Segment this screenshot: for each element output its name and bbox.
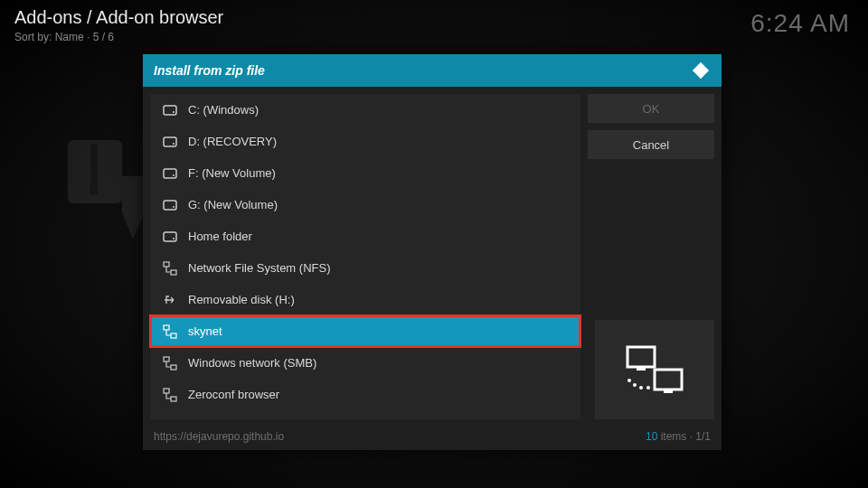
svg-point-4	[173, 111, 175, 113]
svg-rect-17	[164, 357, 169, 361]
svg-rect-3	[164, 106, 176, 115]
network-icon	[163, 356, 177, 371]
svg-rect-20	[171, 397, 176, 401]
source-item-zeroconf[interactable]: Zeroconf browser	[150, 379, 580, 410]
svg-rect-23	[655, 370, 682, 389]
source-item-skynet[interactable]: skynet	[150, 315, 580, 347]
source-item-removable-h[interactable]: Removable disk (H:)	[150, 284, 580, 315]
cancel-button[interactable]: Cancel	[588, 130, 714, 159]
svg-rect-13	[164, 262, 169, 267]
drive-icon	[163, 103, 177, 117]
dialog-body: C: (Windows) D: (RECOVERY) F: (New Volum…	[143, 87, 722, 427]
svg-rect-19	[164, 389, 169, 393]
dialog-footer: https://dejavurepo.github.io 10 items · …	[143, 427, 722, 450]
source-item-f-newvolume[interactable]: F: (New Volume)	[150, 157, 580, 189]
svg-point-8	[173, 174, 175, 176]
network-icon	[163, 388, 177, 402]
svg-rect-14	[171, 270, 176, 275]
source-item-label: Home folder	[188, 230, 252, 243]
source-item-label: Windows network (SMB)	[188, 356, 316, 370]
dialog-header: Install from zip file	[143, 54, 722, 87]
svg-point-25	[627, 379, 631, 382]
source-item-label: Removable disk (H:)	[188, 293, 295, 306]
usb-icon	[163, 293, 177, 307]
kodi-logo-icon	[691, 61, 711, 80]
svg-rect-16	[171, 333, 176, 338]
svg-rect-24	[664, 389, 673, 393]
source-item-d-recovery[interactable]: D: (RECOVERY)	[150, 126, 580, 157]
source-item-nfs[interactable]: Network File System (NFS)	[150, 252, 580, 284]
ok-button[interactable]: OK	[588, 94, 714, 123]
sort-by-label: Sort by: Name · 5 / 6	[14, 31, 114, 43]
dialog-title: Install from zip file	[154, 63, 265, 78]
svg-rect-7	[164, 169, 176, 178]
breadcrumb: Add-ons / Add-on browser	[14, 7, 223, 28]
svg-rect-21	[627, 347, 655, 367]
preview-thumbnail	[595, 320, 714, 419]
source-item-label: F: (New Volume)	[188, 166, 276, 180]
source-item-label: D: (RECOVERY)	[188, 135, 277, 148]
file-source-list: C: (Windows) D: (RECOVERY) F: (New Volum…	[150, 94, 580, 419]
source-item-g-newvolume[interactable]: G: (New Volume)	[150, 189, 580, 221]
source-item-smb[interactable]: Windows network (SMB)	[150, 347, 580, 379]
source-item-label: G: (New Volume)	[188, 198, 278, 211]
clock: 6:24 AM	[750, 9, 850, 38]
dialog-right-pane: OK Cancel	[588, 94, 714, 419]
source-item-label: Network File System (NFS)	[188, 261, 330, 275]
source-item-label: skynet	[188, 324, 222, 338]
svg-point-12	[173, 238, 175, 239]
svg-rect-18	[171, 365, 176, 370]
svg-point-28	[646, 386, 650, 389]
svg-point-27	[639, 386, 643, 389]
svg-point-2	[90, 186, 99, 195]
footer-item-count: 10 items · 1/1	[646, 430, 711, 443]
svg-rect-9	[164, 201, 176, 210]
source-item-home-folder[interactable]: Home folder	[150, 221, 580, 252]
install-from-zip-dialog: Install from zip file C: (Windows) D: (R…	[143, 54, 722, 450]
drive-icon	[163, 230, 177, 244]
drive-icon	[163, 198, 177, 212]
svg-rect-11	[164, 232, 176, 241]
source-item-c-windows[interactable]: C: (Windows)	[150, 94, 580, 126]
footer-path: https://dejavurepo.github.io	[154, 430, 284, 443]
svg-rect-5	[164, 137, 176, 146]
svg-point-10	[173, 206, 175, 208]
source-item-label: C: (Windows)	[188, 103, 259, 117]
svg-rect-1	[90, 144, 98, 189]
svg-point-26	[633, 383, 637, 387]
network-icon	[163, 261, 177, 276]
network-icon	[163, 324, 177, 339]
source-item-label: Zeroconf browser	[188, 388, 279, 401]
drive-icon	[163, 135, 177, 149]
svg-rect-22	[637, 367, 646, 371]
drive-icon	[163, 166, 177, 181]
svg-rect-15	[164, 325, 169, 330]
svg-point-6	[173, 143, 175, 145]
zip-background-icon	[63, 140, 145, 239]
